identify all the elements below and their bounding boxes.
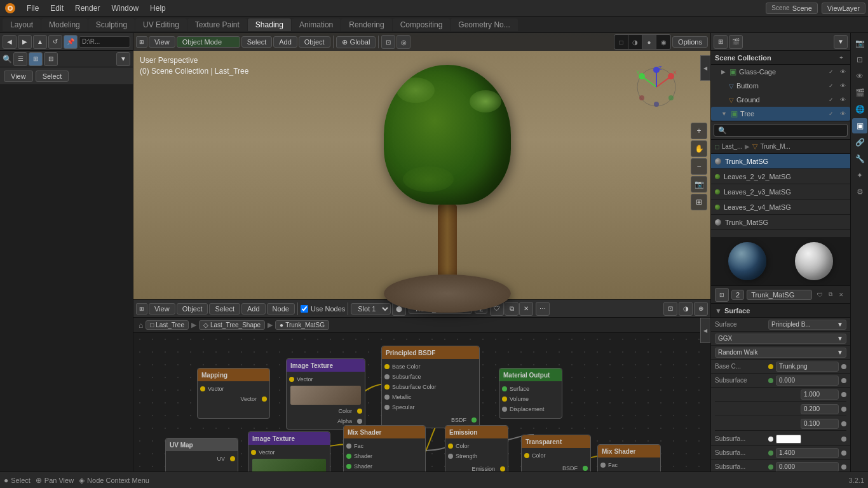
tab-modeling[interactable]: Modeling <box>41 18 88 31</box>
ne-expand-btn[interactable]: ◀ <box>700 318 710 343</box>
sc-item-ground[interactable]: ▽ Ground ✓ 👁 <box>711 93 850 107</box>
sc-item-glass-cage[interactable]: ▶ ▣ Glass-Cage ✓ 👁 <box>711 65 850 79</box>
use-nodes-checkbox[interactable]: Use Nodes <box>301 305 345 313</box>
props-search-input[interactable] <box>714 124 848 137</box>
ne-view-btn[interactable]: View <box>149 303 175 315</box>
sc-item-2-eye[interactable]: 👁 <box>837 95 848 105</box>
mat-del-btn[interactable]: ✕ <box>836 290 846 300</box>
node-box-output[interactable]: Material Output Surface Volume Displacem… <box>499 368 562 419</box>
sub-color-swatch[interactable] <box>776 435 801 444</box>
mat-item-2[interactable]: Leaves_2_v3_MatSG <box>711 184 850 200</box>
tab-rendering[interactable]: Rendering <box>341 18 391 31</box>
select-btn[interactable]: Select <box>36 71 69 82</box>
sc-item-0-check[interactable]: ✓ <box>826 67 836 77</box>
node-box-principled[interactable]: Principled BSDF Base Color Subsurface Su… <box>381 346 480 428</box>
ggx-dropdown[interactable]: GGX ▼ <box>715 334 846 344</box>
menu-help[interactable]: Help <box>145 3 171 14</box>
delete-btn[interactable]: ✕ <box>519 302 533 316</box>
random-walk-dropdown[interactable]: Random Walk ▼ <box>715 348 846 358</box>
compact-view-btn[interactable]: ⊟ <box>44 52 58 66</box>
sc-item-tree[interactable]: ▼ ▣ Tree ✓ 👁 <box>711 107 850 121</box>
mat-item-1[interactable]: Leaves_2_v2_MatSG <box>711 169 850 184</box>
ne-node-btn[interactable]: Node <box>267 303 295 315</box>
node-box-emission[interactable]: Emission Color Strength Emission <box>445 425 508 477</box>
radius-value-3[interactable]: 0.100 <box>801 419 839 429</box>
wireframe-btn[interactable]: □ <box>614 35 628 49</box>
object-mode-btn[interactable]: Object Mode <box>177 36 240 48</box>
nav-refresh-btn[interactable]: ↺ <box>48 35 62 49</box>
mat-name-field[interactable]: Trunk_MatSG <box>747 290 812 300</box>
mat-copy-btn[interactable]: ⧉ <box>825 290 836 300</box>
mat-item-0[interactable]: Trunk_MatSG <box>711 154 850 169</box>
grid-view-btn[interactable]: ⊞ <box>29 52 43 66</box>
sc-item-0-eye[interactable]: 👁 <box>837 67 848 77</box>
ne-type-icon[interactable]: ⊞ <box>136 303 147 315</box>
radius-value-1[interactable]: 1.000 <box>801 390 839 400</box>
mat-item-3[interactable]: Leaves_2_v4_MatSG <box>711 200 850 215</box>
rs-filter-btn[interactable]: ▼ <box>834 35 848 49</box>
sc-add-btn[interactable]: + <box>836 53 846 63</box>
rs-view-layer-btn[interactable]: ⊞ <box>714 35 728 49</box>
nav-up-btn[interactable]: ▲ <box>33 35 47 49</box>
node-box-1[interactable]: Mapping Vector Vector <box>197 368 270 419</box>
tab-shading[interactable]: Shading <box>248 18 291 31</box>
sc-item-1-check[interactable]: ✓ <box>826 81 836 91</box>
ne-add-btn[interactable]: Add <box>241 303 266 315</box>
rs-tab-world[interactable]: 🌐 <box>852 102 867 117</box>
pin-btn[interactable]: 📌 <box>64 35 78 49</box>
rs-tab-particles[interactable]: ✦ <box>852 168 867 183</box>
filter-btn[interactable]: ▼ <box>116 52 130 66</box>
menu-file[interactable]: File <box>22 3 44 14</box>
sc-item-3-check[interactable]: ✓ <box>826 109 836 119</box>
tab-layout[interactable]: Layout <box>3 18 41 31</box>
viewport-view-btn[interactable]: View <box>149 36 175 48</box>
subsurface-value[interactable]: 0.000 <box>776 376 839 386</box>
rs-tab-physics[interactable]: ⚙ <box>852 184 867 200</box>
viewport-add-btn[interactable]: Add <box>273 36 297 48</box>
menu-window[interactable]: Window <box>106 3 144 14</box>
list-view-btn[interactable]: ☰ <box>13 52 27 66</box>
menu-render[interactable]: Render <box>70 3 105 14</box>
tab-compositing[interactable]: Compositing <box>393 18 451 31</box>
surface-value-dropdown[interactable]: Principled B... ▼ <box>768 320 846 330</box>
menu-edit[interactable]: Edit <box>45 3 69 14</box>
viewport-object-btn[interactable]: Object <box>299 36 330 48</box>
expand-right-btn[interactable]: ◀ <box>700 55 710 81</box>
viewport-editor-type-icon[interactable]: ⊞ <box>136 36 147 48</box>
radius-value-2[interactable]: 0.200 <box>801 404 839 414</box>
tab-texture-paint[interactable]: Texture Paint <box>187 18 247 31</box>
tab-uv-editing[interactable]: UV Editing <box>135 18 187 31</box>
rs-tab-scene[interactable]: 🎬 <box>852 85 867 100</box>
options-btn[interactable]: Options <box>672 36 708 48</box>
sub-aniso-value[interactable]: 0.000 <box>776 462 839 472</box>
ne-viewport-btn[interactable]: ⊕ <box>694 302 708 316</box>
grid-btn[interactable]: ⊞ <box>691 194 707 210</box>
nav-back-btn[interactable]: ◀ <box>3 35 17 49</box>
view-btn[interactable]: View <box>4 71 33 82</box>
sc-item-1-eye[interactable]: 👁 <box>837 81 848 91</box>
ne-object-btn[interactable]: Object <box>177 303 208 315</box>
node-box-2[interactable]: Image Texture Vector Color Alpha <box>286 358 365 430</box>
viewport-select-btn[interactable]: Select <box>241 36 273 48</box>
sc-item-3-eye[interactable]: 👁 <box>837 109 848 119</box>
tab-animation[interactable]: Animation <box>292 18 341 31</box>
rs-tab-output[interactable]: ⊡ <box>852 52 867 67</box>
transform-select-btn[interactable]: ⊕ Global <box>336 36 376 48</box>
solid-btn[interactable]: ◑ <box>628 35 642 49</box>
tab-sculpting[interactable]: Sculpting <box>88 18 135 31</box>
use-nodes-input[interactable] <box>301 305 308 313</box>
nav-forward-btn[interactable]: ▶ <box>18 35 32 49</box>
ne-overlay-btn[interactable]: ◑ <box>679 302 693 316</box>
path-field[interactable]: D:\R... <box>79 36 130 48</box>
sc-item-2-check[interactable]: ✓ <box>826 95 836 105</box>
rendered-btn[interactable]: ◉ <box>656 35 670 49</box>
rs-tab-view[interactable]: 👁 <box>852 69 867 84</box>
rs-tab-modifier[interactable]: 🔧 <box>852 151 867 166</box>
rs-tab-render[interactable]: 📷 <box>852 36 867 51</box>
camera-btn[interactable]: 📷 <box>691 176 707 193</box>
ne-select-btn[interactable]: Select <box>209 303 240 315</box>
proportional-btn[interactable]: ◎ <box>397 35 410 49</box>
viewlayer-selector[interactable]: ViewLayer <box>822 3 865 14</box>
snap-btn[interactable]: ⊡ <box>381 35 395 49</box>
sub-ior-value[interactable]: 1.400 <box>776 448 839 458</box>
